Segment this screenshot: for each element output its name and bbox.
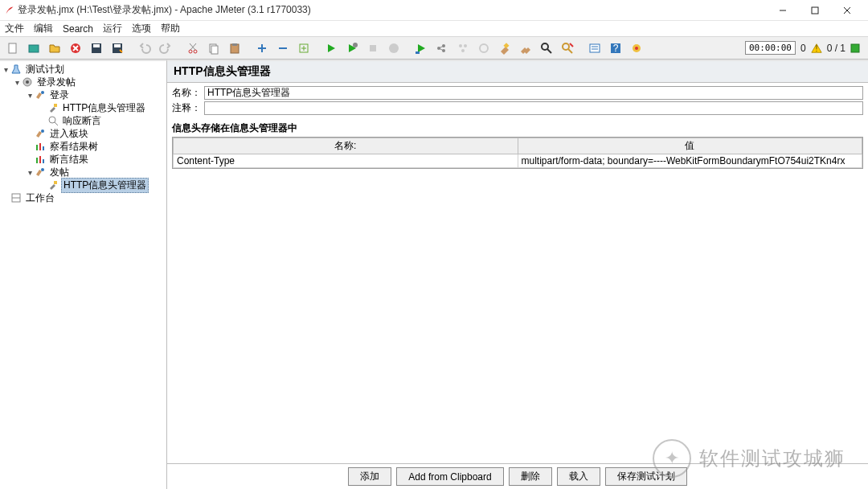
tree-login[interactable]: 登录 — [48, 88, 71, 102]
menu-options[interactable]: 选项 — [132, 22, 151, 35]
function-helper-icon[interactable] — [585, 39, 604, 58]
redo-icon[interactable] — [156, 39, 175, 58]
start-no-timers-icon[interactable] — [342, 39, 362, 58]
cut-icon[interactable] — [183, 39, 203, 58]
thread-group-icon — [21, 76, 34, 88]
reset-search-icon[interactable] — [558, 39, 577, 58]
menu-edit[interactable]: 编辑 — [34, 22, 53, 35]
delete-button[interactable]: 删除 — [509, 467, 552, 486]
svg-rect-5 — [29, 45, 39, 52]
headers-table[interactable]: 名称: 值 Content-Type multipart/form-data; … — [173, 138, 862, 168]
options-icon[interactable] — [627, 39, 646, 58]
name-input[interactable] — [204, 86, 863, 100]
menu-search[interactable]: Search — [63, 23, 93, 35]
element-editor: HTTP信息头管理器 名称： 注释： 信息头存储在信息头管理器中 名称: 值 C… — [167, 60, 868, 489]
tree-response-assert[interactable]: 响应断言 — [61, 114, 103, 128]
svg-rect-20 — [232, 43, 237, 46]
maximize-button[interactable] — [799, 2, 831, 19]
svg-rect-4 — [9, 43, 16, 53]
app-icon — [5, 5, 14, 16]
svg-point-39 — [480, 44, 488, 52]
svg-point-36 — [459, 44, 462, 47]
help-icon[interactable]: ? — [606, 39, 625, 58]
svg-point-27 — [353, 43, 358, 47]
svg-rect-62 — [36, 145, 38, 150]
undo-icon[interactable] — [135, 39, 154, 58]
svg-point-29 — [389, 43, 399, 53]
remote-stop-icon[interactable] — [453, 39, 473, 58]
search-icon[interactable] — [537, 39, 556, 58]
add-from-clipboard-button[interactable]: Add from Clipboard — [396, 467, 503, 486]
add-button[interactable]: 添加 — [348, 467, 391, 486]
tree-root[interactable]: 测试计划 — [24, 63, 66, 76]
config-icon — [47, 101, 59, 114]
tree-workbench[interactable]: 工作台 — [24, 191, 56, 205]
save-icon[interactable] — [87, 39, 106, 58]
thread-count: 0 / 1 — [827, 43, 845, 54]
table-row[interactable]: Content-Type multipart/form-data; bounda… — [174, 154, 862, 168]
minimize-button[interactable] — [767, 2, 799, 19]
new-icon[interactable] — [3, 39, 23, 58]
clear-icon[interactable] — [495, 39, 514, 58]
close-icon[interactable] — [66, 39, 85, 58]
listener-icon — [34, 153, 47, 166]
warning-icon: ! — [811, 43, 822, 54]
menu-help[interactable]: 帮助 — [161, 22, 180, 35]
stop-icon[interactable] — [363, 39, 383, 58]
templates-icon[interactable] — [24, 39, 43, 58]
svg-rect-10 — [93, 44, 100, 47]
shutdown-icon[interactable] — [384, 39, 403, 58]
tree-header-mgr1[interactable]: HTTP信息头管理器 — [61, 101, 147, 115]
watermark: ✦ 软件测试攻城狮 — [653, 439, 845, 478]
tree-header-mgr2[interactable]: HTTP信息头管理器 — [61, 178, 149, 193]
toolbar: ? 00:00:00 0 ! 0 / 1 — [0, 37, 868, 60]
menubar: 文件 编辑 Search 运行 选项 帮助 — [0, 21, 868, 37]
svg-point-14 — [194, 50, 197, 53]
clear-all-icon[interactable] — [516, 39, 535, 58]
menu-run[interactable]: 运行 — [103, 22, 122, 35]
paste-icon[interactable] — [225, 39, 244, 58]
svg-rect-1 — [812, 7, 818, 14]
svg-rect-30 — [416, 51, 420, 54]
comment-input[interactable] — [204, 101, 863, 115]
start-icon[interactable] — [321, 39, 341, 58]
close-button[interactable] — [831, 2, 863, 19]
sampler-icon — [34, 127, 47, 140]
svg-rect-63 — [39, 143, 41, 150]
toggle-icon[interactable] — [294, 39, 313, 58]
tree-assertion-results[interactable]: 断言结果 — [48, 153, 90, 166]
expand-icon[interactable] — [252, 39, 272, 58]
svg-rect-67 — [43, 159, 44, 163]
remote-shutdown-icon[interactable] — [474, 39, 493, 58]
tree-enter-section[interactable]: 进入板块 — [48, 127, 90, 141]
beaker-icon — [10, 63, 23, 76]
cell-name[interactable]: Content-Type — [174, 154, 518, 168]
copy-icon[interactable] — [204, 39, 223, 58]
svg-line-42 — [547, 49, 551, 53]
svg-point-61 — [41, 129, 44, 133]
remote-start-icon[interactable] — [411, 39, 431, 58]
svg-point-59 — [49, 117, 55, 123]
panel-title: HTTP信息头管理器 — [167, 61, 868, 83]
collapse-icon[interactable] — [273, 39, 293, 58]
load-button[interactable]: 载入 — [557, 467, 600, 486]
svg-point-41 — [542, 43, 548, 50]
tree-view-results[interactable]: 察看结果树 — [48, 140, 100, 154]
save-as-icon[interactable] — [108, 39, 127, 58]
svg-line-60 — [55, 122, 58, 125]
svg-rect-66 — [39, 156, 41, 163]
window-title: 登录发帖.jmx (H:\Test\登录发帖.jmx) - Apache JMe… — [18, 3, 767, 17]
remote-start-all-icon[interactable] — [432, 39, 452, 58]
open-icon[interactable] — [45, 39, 64, 58]
col-value[interactable]: 值 — [518, 138, 862, 154]
test-plan-tree[interactable]: ▾测试计划 ▾登录发帖 ▾登录 HTTP信息头管理器 响应断言 进入板块 察看结… — [0, 60, 167, 489]
thread-status-icon — [850, 43, 860, 53]
sampler-icon — [34, 88, 47, 101]
col-name[interactable]: 名称: — [174, 138, 518, 154]
tree-thread-group[interactable]: 登录发帖 — [35, 76, 77, 89]
svg-rect-54 — [851, 44, 859, 52]
elapsed-timer: 00:00:00 — [745, 41, 796, 55]
menu-file[interactable]: 文件 — [5, 22, 24, 35]
cell-value[interactable]: multipart/form-data; boundary=----WebKit… — [518, 154, 862, 168]
svg-point-68 — [41, 168, 44, 171]
